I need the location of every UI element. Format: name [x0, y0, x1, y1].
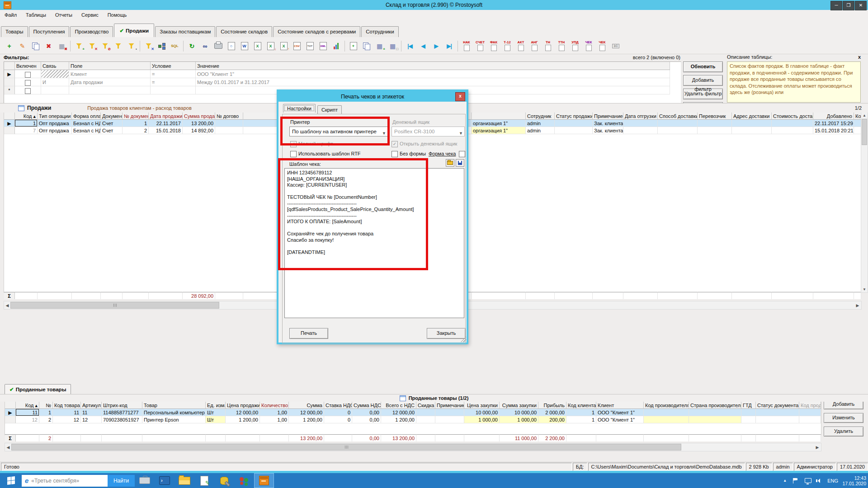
search-button[interactable]: ∞: [199, 40, 211, 52]
server-manager-icon[interactable]: [135, 473, 155, 488]
column-header-tip-operacii[interactable]: Тип операции: [38, 113, 72, 120]
column-header-artikul[interactable]: Артикул: [81, 402, 102, 409]
doc-chek-purple-button[interactable]: ЧЕК: [582, 41, 595, 51]
copy-subrecord-button[interactable]: [360, 40, 373, 52]
column-header-tovar[interactable]: Товар: [142, 402, 206, 409]
receipt-template-textarea[interactable]: ИНН 123456789112 [НАША_ОРГАНИЗАЦИЯ] Касс…: [284, 168, 464, 318]
grid-add-button[interactable]: ▦+: [373, 40, 386, 52]
column-header-gtd[interactable]: ГТД: [741, 402, 756, 409]
doc-ang-button[interactable]: АНГ: [528, 41, 541, 51]
table-row[interactable]: 12212127090238051927Принтер EpsonШт1 200…: [5, 416, 821, 423]
table-row[interactable]: ИДата продажи=Между 01.01.2017 и 31.12.2…: [4, 78, 670, 86]
column-header-primechanie[interactable]: Примечание: [435, 402, 464, 409]
users-tool-icon[interactable]: [234, 473, 254, 488]
edit-sold-item-button[interactable]: Изменить: [824, 413, 863, 423]
column-header-summa-prodazhi[interactable]: Сумма продажи: [183, 113, 215, 120]
doc-ttn-button[interactable]: ТТН: [555, 41, 568, 51]
column-header-dokument[interactable]: Документ: [101, 113, 123, 120]
column-header-data-otgruzki[interactable]: Дата отгрузки: [623, 113, 658, 120]
column-header-cena-prodazhi[interactable]: Цена продажи: [226, 402, 260, 409]
start-button[interactable]: [0, 473, 22, 488]
row-checkbox[interactable]: [25, 72, 31, 78]
column-header-strana-proizvoditelya[interactable]: Страна производителя: [689, 402, 741, 409]
copy-record-button[interactable]: [29, 40, 42, 52]
column-header-klient[interactable]: Клиент: [596, 402, 644, 409]
tray-expand-icon[interactable]: ▲: [783, 479, 787, 483]
tab-Сотрудники[interactable]: Сотрудники: [361, 26, 398, 37]
taskbar-search-input[interactable]: e «Третье сентября»: [22, 475, 108, 487]
tab-sold-items[interactable]: ✔Проданные товары: [5, 384, 71, 394]
export-csv-button[interactable]: CSV: [291, 40, 303, 52]
column-header-primechanie[interactable]: Примечание: [593, 113, 623, 120]
last-record-button[interactable]: ▶|: [443, 40, 455, 52]
action-center-flag-icon[interactable]: [793, 478, 798, 483]
scrollbar-thumb[interactable]: [10, 302, 219, 309]
scroll-up-icon[interactable]: ▲: [861, 113, 868, 118]
column-header-sel[interactable]: [4, 62, 15, 70]
column-header-shtrih-kod[interactable]: Штрих-код: [102, 402, 142, 409]
column-header-adres-dostavki[interactable]: Адрес доставки: [732, 113, 772, 120]
doc-chek-red-button[interactable]: ЧЕК: [596, 41, 609, 51]
description-close-icon[interactable]: x: [858, 54, 861, 60]
dialog-title-bar[interactable]: Печать чеков и этикеток x: [278, 91, 467, 102]
column-header-nomer[interactable]: №: [39, 402, 53, 409]
network-icon[interactable]: [805, 478, 811, 483]
tab-Состояние складов[interactable]: Состояние складов: [216, 26, 272, 37]
column-header-kod-tovara[interactable]: Код товара: [53, 402, 81, 409]
file-explorer-icon[interactable]: [175, 473, 194, 488]
column-header-enabled[interactable]: Включен: [15, 62, 41, 70]
doc-t12-button[interactable]: Т-12: [501, 41, 514, 51]
doc-upd-button[interactable]: УПД: [569, 41, 581, 51]
filter-add-button[interactable]: +: [73, 40, 85, 52]
import-excel-button[interactable]: X↓: [264, 40, 277, 52]
sql-query-button[interactable]: SQL: [169, 40, 181, 52]
export-xml-button[interactable]: XML: [317, 40, 329, 52]
column-header-ko[interactable]: Ко: [854, 113, 861, 120]
column-header-data-prodazhi[interactable]: Дата продажи: [149, 113, 183, 120]
next-record-button[interactable]: ▶: [430, 40, 442, 52]
column-header-kod[interactable]: Код ▴: [16, 402, 39, 409]
doc-fak-button[interactable]: ФАК: [487, 41, 500, 51]
column-header-stavka-nds[interactable]: Ставка НДС: [324, 402, 352, 409]
column-header-status-dokumenta[interactable]: Статус документа: [756, 402, 799, 409]
refresh-button[interactable]: Обновить: [683, 61, 723, 72]
menu-item-Сервис[interactable]: Сервис: [77, 11, 103, 19]
column-header-pribyl[interactable]: Прибыль: [538, 402, 566, 409]
column-header-kod-prodazh[interactable]: Код продаж: [799, 402, 821, 409]
sold-horizontal-scrollbar[interactable]: ◀ ▶: [5, 443, 821, 451]
export-excel-button[interactable]: X: [251, 40, 264, 52]
refresh-button[interactable]: ↻: [186, 40, 198, 52]
receipt-form-link[interactable]: Форма чека: [429, 151, 456, 156]
find-button[interactable]: Найти: [108, 475, 135, 487]
database-tool-icon[interactable]: [214, 473, 234, 488]
scrollbar-thumb[interactable]: [11, 444, 681, 450]
menu-item-Файл[interactable]: Файл: [0, 11, 21, 19]
column-header-forma-oplaty[interactable]: Форма оплаты: [72, 113, 101, 120]
column-header-field[interactable]: Поле: [69, 62, 151, 70]
print-button[interactable]: Печать: [289, 328, 328, 339]
tab-Товары[interactable]: Товары: [1, 26, 28, 37]
column-header-nasha-organizaciya[interactable]: [472, 113, 526, 120]
add-record-button[interactable]: +: [3, 40, 15, 52]
menu-item-Помощь[interactable]: Помощь: [103, 11, 132, 19]
tab-Производство[interactable]: Производство: [70, 26, 113, 37]
filter-by-selection-button[interactable]: ▪: [125, 40, 137, 52]
notepad-icon[interactable]: [194, 473, 214, 488]
scrollbar-thumb[interactable]: [862, 119, 867, 145]
doc-1c-button[interactable]: 1С: [609, 44, 622, 48]
export-txt-button[interactable]: TXT: [304, 40, 316, 52]
powershell-icon[interactable]: ›: [155, 473, 175, 488]
tab-Состояние складов с резервами[interactable]: Состояние складов с резервами: [273, 26, 360, 37]
column-header-summa-zakupki[interactable]: Сумма закупки: [500, 402, 538, 409]
add-filter-button[interactable]: Добавить фильтр: [683, 75, 723, 86]
scroll-left-icon[interactable]: ◀: [4, 303, 10, 308]
column-header-kod[interactable]: Код ▴: [15, 113, 38, 120]
column-header-cena-zakupki[interactable]: Цена закупки: [464, 402, 500, 409]
export-word-button[interactable]: W: [238, 40, 250, 52]
table-row[interactable]: ▶Клиент=ООО "Клиент 1": [4, 70, 670, 78]
export-excel-report-button[interactable]: X↑: [278, 40, 290, 52]
column-header-sel[interactable]: [4, 113, 15, 120]
edit-record-button[interactable]: ✎: [16, 40, 28, 52]
column-header-stoimost-dostavki[interactable]: Стоимость доставки: [772, 113, 813, 120]
column-header-skidka[interactable]: Скидка: [416, 402, 435, 409]
